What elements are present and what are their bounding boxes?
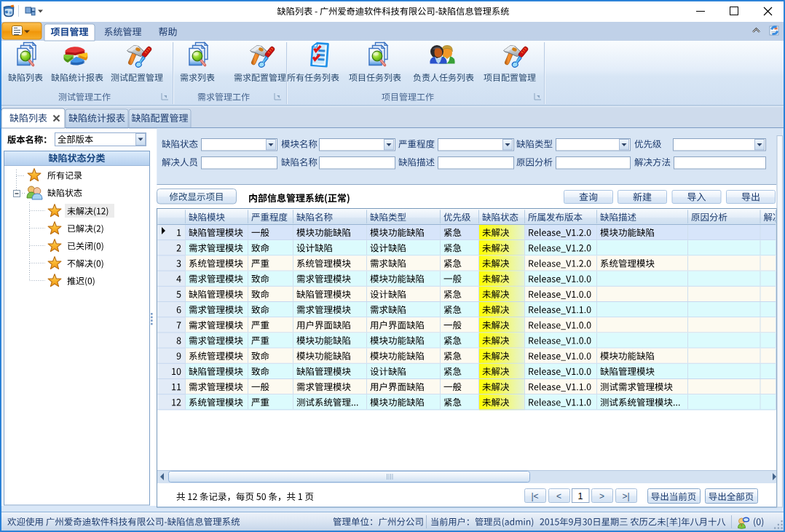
svg-text:>: > xyxy=(599,491,604,501)
svg-text:>|: >| xyxy=(622,491,629,501)
svg-text:<: < xyxy=(556,491,561,501)
svg-text:|<: |< xyxy=(531,491,538,501)
svg-text:1: 1 xyxy=(578,491,583,501)
